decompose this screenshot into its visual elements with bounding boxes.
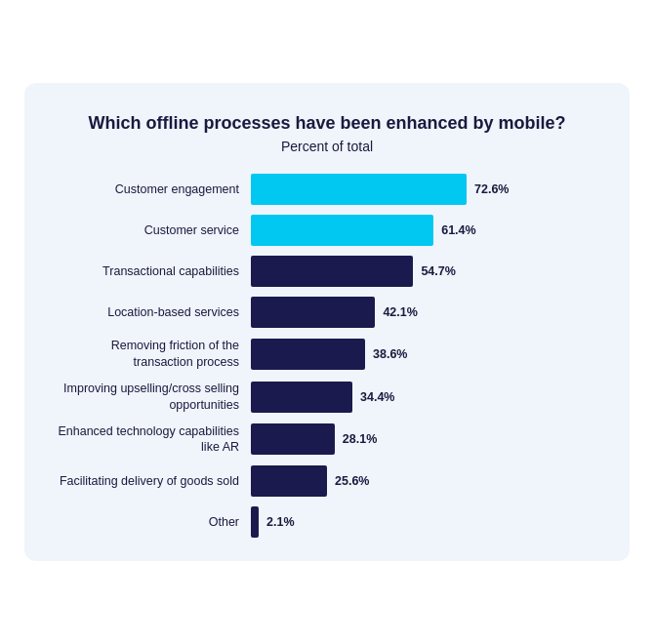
bar [251,339,365,370]
chart-row: Transactional capabilities54.7% [54,256,600,287]
bar-chart: Customer engagement72.6%Customer service… [54,174,600,538]
bar-label: Location-based services [54,304,239,321]
bar-container: 72.6% [251,174,600,205]
bar [251,382,352,413]
bar-container: 38.6% [251,339,600,370]
bar-label: Enhanced technology capabilities like AR [54,423,239,457]
bar-value: 42.1% [383,305,417,319]
chart-row: Customer engagement72.6% [54,174,600,205]
bar-value: 54.7% [421,264,455,278]
chart-row: Other2.1% [54,506,600,538]
bar-container: 42.1% [251,297,600,328]
bar-container: 25.6% [251,465,600,497]
bar-label: Other [54,514,239,531]
bar-label: Transactional capabilities [54,263,239,280]
bar-container: 28.1% [251,423,600,455]
bar-value: 61.4% [441,223,475,237]
chart-row: Enhanced technology capabilities like AR… [54,423,600,457]
chart-row: Improving upselling/cross selling opport… [54,381,600,414]
bar-label: Customer service [54,222,239,239]
bar-value: 2.1% [266,515,295,529]
bar-container: 34.4% [251,382,600,413]
bar [251,423,335,455]
bar [251,506,259,538]
bar-label: Improving upselling/cross selling opport… [54,381,239,414]
bar-label: Facilitating delivery of goods sold [54,473,239,490]
bar [251,256,413,287]
bar-value: 28.1% [343,432,377,446]
bar [251,297,375,328]
bar-container: 54.7% [251,256,600,287]
bar [251,465,327,497]
bar-label: Removing friction of the transaction pro… [54,338,239,371]
chart-row: Customer service61.4% [54,215,600,246]
chart-card: Which offline processes have been enhanc… [24,83,630,562]
bar-label: Customer engagement [54,181,239,198]
bar-container: 2.1% [251,506,600,538]
chart-row: Removing friction of the transaction pro… [54,338,600,371]
chart-row: Location-based services42.1% [54,297,600,328]
chart-subtitle: Percent of total [54,139,600,154]
bar-value: 72.6% [474,182,509,196]
chart-title: Which offline processes have been enhanc… [54,112,600,135]
bar-value: 34.4% [360,390,394,404]
chart-row: Facilitating delivery of goods sold25.6% [54,465,600,497]
bar [251,215,433,246]
bar [251,174,467,205]
bar-value: 25.6% [335,474,369,488]
bar-container: 61.4% [251,215,600,246]
bar-value: 38.6% [373,347,407,361]
